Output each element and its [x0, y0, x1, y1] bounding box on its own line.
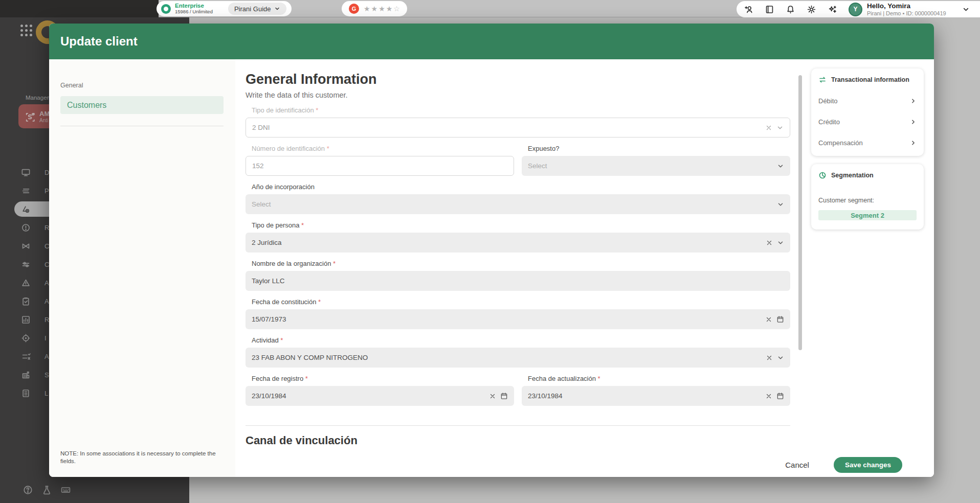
- next-section-title: Canal de vinculación: [246, 434, 790, 447]
- fecha-actualizacion-datepicker[interactable]: 23/10/1984: [522, 386, 790, 406]
- clear-icon[interactable]: [766, 239, 773, 246]
- clear-icon[interactable]: [765, 393, 772, 400]
- field-label: Expuesto?: [528, 145, 790, 152]
- screen: Managem AM Anti D P R R C C A A R I A S …: [0, 0, 980, 503]
- segment-label: Customer segment:: [818, 197, 917, 204]
- form-title: General Information: [246, 72, 790, 87]
- divider: [60, 126, 224, 126]
- add-user-icon[interactable]: [744, 5, 753, 14]
- bell-icon[interactable]: [786, 5, 795, 14]
- chevron-down-icon[interactable]: [962, 6, 970, 13]
- topbar-dark-segment: [0, 0, 159, 17]
- field-label: Fecha de actualización: [528, 375, 790, 382]
- tipo-identificacion-select[interactable]: 2 DNI: [246, 118, 790, 138]
- modal-note: NOTE: In some associations it is necessa…: [60, 450, 231, 466]
- calendar-icon[interactable]: [776, 315, 784, 323]
- modal-side-panel: Transactional information Débito Crédito: [808, 59, 934, 452]
- plan-logo-icon: [161, 4, 171, 14]
- transactional-item-credito[interactable]: Crédito: [818, 111, 917, 126]
- plan-widget: Enterprise 15986 / Unlimited Pirani Guid…: [157, 1, 292, 16]
- card-title: Transactional information: [831, 76, 909, 83]
- fecha-constitucion-datepicker[interactable]: 15/07/1973: [246, 309, 790, 329]
- rating-widget[interactable]: G: [342, 1, 407, 16]
- scrollbar[interactable]: [798, 75, 802, 350]
- cancel-button[interactable]: Cancel: [785, 461, 809, 469]
- modal-header: Update client: [49, 24, 934, 59]
- chevron-down-icon[interactable]: [777, 354, 784, 361]
- chevron-down-icon[interactable]: [777, 201, 784, 208]
- field-label: Tipo de identificación: [252, 106, 790, 114]
- field-label: Actividad: [252, 336, 790, 344]
- update-client-modal: Update client General Customers NOTE: In…: [49, 24, 934, 477]
- save-changes-button[interactable]: Save changes: [834, 457, 902, 473]
- field-label: Nombre de la organización: [252, 260, 790, 267]
- field-label: Fecha de registro: [252, 375, 514, 382]
- chevron-down-icon[interactable]: [777, 163, 784, 170]
- tipo-persona-select[interactable]: 2 Jurídica: [246, 233, 790, 253]
- divider: [246, 425, 790, 426]
- segmentation-card: Segmentation Customer segment: Segment 2: [811, 164, 924, 230]
- clear-icon[interactable]: [489, 393, 496, 400]
- clear-icon[interactable]: [765, 316, 772, 323]
- actividad-select[interactable]: 23 FAB ABON Y COMP NITROGENO: [246, 348, 790, 368]
- transfer-arrows-icon: [818, 76, 827, 84]
- chevron-right-icon: [910, 119, 917, 125]
- calendar-icon[interactable]: [500, 392, 508, 400]
- user-bar: Y Hello, Yomira Pirani | Demo • ID: 0000…: [737, 1, 980, 17]
- user-detail: Pirani | Demo • ID: 0000000419: [867, 10, 946, 16]
- gear-icon[interactable]: [807, 5, 816, 14]
- anio-incorporacion-select[interactable]: Select: [246, 194, 790, 214]
- transactional-info-card: Transactional information Débito Crédito: [811, 68, 924, 156]
- star-icon: [378, 5, 385, 13]
- chevron-right-icon: [910, 140, 917, 146]
- user-greeting: Hello, Yomira: [867, 2, 946, 10]
- transactional-item-compensacion[interactable]: Compensación: [818, 132, 917, 147]
- topbar: Enterprise 15986 / Unlimited Pirani Guid…: [0, 0, 980, 17]
- expuesto-select[interactable]: Select: [522, 156, 790, 176]
- transactional-item-debito[interactable]: Débito: [818, 90, 917, 105]
- star-icon: [386, 5, 393, 13]
- plan-usage: 15986 / Unlimited: [175, 9, 213, 15]
- clear-icon[interactable]: [766, 354, 773, 361]
- modal-title: Update client: [60, 34, 138, 49]
- pie-chart-icon: [818, 171, 827, 179]
- clear-icon[interactable]: [765, 124, 772, 131]
- avatar[interactable]: Y: [849, 3, 862, 16]
- chevron-down-icon: [274, 6, 280, 12]
- nombre-organizacion-input[interactable]: Taylor LLC: [246, 271, 790, 291]
- nav-item-customers[interactable]: Customers: [60, 96, 224, 114]
- sparkle-icon[interactable]: [828, 5, 837, 14]
- chevron-right-icon: [910, 98, 917, 104]
- general-information-form: General Information Write the data of th…: [235, 59, 808, 452]
- star-rating: [364, 5, 400, 13]
- g2-logo-icon: G: [349, 4, 359, 14]
- field-label: Número de identificación: [252, 145, 514, 152]
- book-icon[interactable]: [765, 5, 774, 14]
- card-title: Segmentation: [831, 172, 874, 179]
- numero-identificacion-input[interactable]: 152: [246, 156, 514, 176]
- field-label: Tipo de persona: [252, 221, 790, 229]
- pirani-guide-button[interactable]: Pirani Guide: [228, 3, 287, 15]
- nav-section-label: General: [60, 82, 83, 89]
- modal-nav: General Customers NOTE: In some associat…: [49, 59, 235, 477]
- star-icon: [371, 5, 378, 13]
- fecha-registro-datepicker[interactable]: 23/10/1984: [246, 386, 514, 406]
- star-icon: [364, 5, 370, 13]
- calendar-icon[interactable]: [776, 392, 784, 400]
- modal-footer: Cancel Save changes: [235, 452, 934, 477]
- star-empty-icon: [393, 5, 400, 13]
- form-subtitle: Write the data of this customer.: [246, 91, 790, 99]
- chevron-down-icon[interactable]: [776, 124, 784, 131]
- chevron-down-icon[interactable]: [777, 239, 784, 246]
- field-label: Año de incorporación: [252, 183, 790, 191]
- field-label: Fecha de constitución: [252, 298, 790, 306]
- segment-badge: Segment 2: [818, 210, 917, 220]
